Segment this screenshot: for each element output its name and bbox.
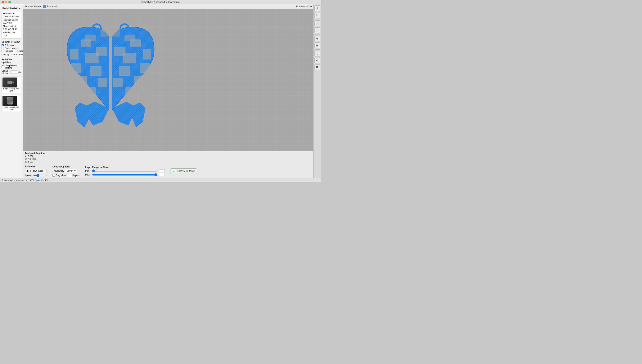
min-label: Min <box>85 170 91 172</box>
bottom-controls: Toolhead Position X: 0.000 Y: 200.000 Z:… <box>23 151 313 178</box>
left-heart <box>67 24 109 110</box>
toolhead-row: Toolhead Retractions <box>2 50 21 52</box>
exit-preview-button[interactable]: ⬅ Exit Preview Mode <box>170 168 197 174</box>
right-toolbar: ✛ ↻ ⬜ ▭ ⊕ ⊞ ↓ ⚙ ☰ <box>313 4 321 178</box>
save-disk-button[interactable]: Save Toolpaths to Disk <box>2 95 21 112</box>
settings-icon: ⚙ <box>316 59 318 62</box>
disk-button-label: Save Toolpaths to Disk <box>3 106 20 111</box>
play-pause-label: Play/Pause <box>32 170 43 172</box>
svg-rect-23 <box>125 87 137 95</box>
speed-slider[interactable] <box>33 174 47 177</box>
minimize-button[interactable] <box>5 1 7 3</box>
realtime-updates-section: Real-time Updates Live preview tracking … <box>2 58 21 74</box>
svg-rect-10 <box>84 87 96 95</box>
play-pause-button[interactable]: ▶ ‖ Play/Pause <box>25 168 47 173</box>
svg-rect-18 <box>140 63 150 73</box>
filament-length: Filament length: 882.4 mm <box>3 18 20 24</box>
toolhead-z: Z: 2.100 <box>25 160 311 163</box>
main-container: Build Statistics Build time: 0 hours 18 … <box>0 4 321 178</box>
toolbar-divider-2 <box>315 34 320 34</box>
retractions-checkbox[interactable] <box>14 50 16 52</box>
update-interval-input[interactable]: 5.0 <box>10 70 17 74</box>
svg-rect-5 <box>71 63 81 73</box>
min-layer-value[interactable]: 1 <box>159 169 165 172</box>
svg-rect-14 <box>101 30 108 36</box>
preview-by-select[interactable]: Layer <box>65 169 77 173</box>
viewport-canvas[interactable] <box>23 9 313 151</box>
min-layer-row: Min 1 <box>85 169 165 172</box>
usb-print-button[interactable]: Begin Printing over USB <box>2 76 21 94</box>
svg-rect-21 <box>119 66 130 76</box>
menu-icon: ☰ <box>316 66 318 69</box>
material-cost: Material cost: 0.12 <box>3 31 20 37</box>
menu-button[interactable]: ☰ <box>314 64 320 70</box>
svg-rect-16 <box>143 49 151 60</box>
travel-moves-row: Travel moves <box>2 47 21 49</box>
preview-mode-label: Preview Mode <box>296 5 312 8</box>
axes-icon: ⊕ <box>316 37 318 40</box>
usb-plug-icon <box>8 81 12 84</box>
svg-rect-22 <box>113 78 123 87</box>
svg-rect-26 <box>125 35 135 41</box>
only-show-row: Only show 1 layers <box>53 174 80 177</box>
titlebar: Simplify3D (Licensed to Ian Smith) <box>0 0 321 4</box>
preview-by-row: Preview By Layer <box>53 169 80 173</box>
flat-view-icon: ▭ <box>316 29 318 32</box>
build-table-checkbox[interactable] <box>2 44 4 46</box>
axes-button[interactable]: ⊕ <box>314 36 320 41</box>
view-flat-button[interactable]: ▭ <box>314 27 320 33</box>
max-layer-slider[interactable] <box>92 173 157 176</box>
svg-rect-24 <box>140 89 150 97</box>
coloring-label: Coloring <box>2 54 10 56</box>
3d-view-icon: ⬜ <box>316 22 319 25</box>
control-options-section: Control Options Preview By Layer Only sh… <box>53 165 80 177</box>
svg-rect-13 <box>85 35 96 41</box>
viewport-header: Process Name Process1 Preview Mode <box>23 4 313 9</box>
down-arrow-icon: ↓ <box>316 52 318 55</box>
maximize-button[interactable] <box>9 1 11 3</box>
traffic-lights <box>2 1 11 3</box>
toolhead-y: Y: 200.000 <box>25 158 311 160</box>
only-show-label: Only show <box>56 174 67 177</box>
right-heart <box>112 24 154 128</box>
perspective-icon: ⊞ <box>316 44 318 47</box>
perspective-button[interactable]: ⊞ <box>314 42 320 48</box>
view-3d-button[interactable]: ⬜ <box>314 20 320 26</box>
coloring-row: Coloring Current Process <box>2 53 21 56</box>
live-preview-checkbox[interactable] <box>2 66 4 68</box>
exit-arrow-icon: ⬅ <box>172 170 175 172</box>
3d-model-view <box>38 14 182 139</box>
update-interval-unit: sec <box>18 71 21 73</box>
travel-moves-checkbox[interactable] <box>2 47 4 49</box>
down-arrow-button[interactable]: ↓ <box>314 51 320 56</box>
toolhead-position-panel: Toolhead Position X: 0.000 Y: 200.000 Z:… <box>23 151 313 164</box>
process-name-header: Process Name <box>25 5 41 8</box>
travel-moves-label: Travel moves <box>5 47 17 49</box>
svg-rect-12 <box>96 47 107 56</box>
disk-thumbnail <box>3 96 17 106</box>
usb-thumbnail <box>3 78 17 88</box>
only-show-checkbox[interactable] <box>53 174 55 177</box>
max-layer-row: Max 10 <box>85 173 165 176</box>
rotate-tool-button[interactable]: ↻ <box>314 12 320 18</box>
move-tool-button[interactable]: ✛ <box>314 5 320 11</box>
plastic-weight: Plastic weight: 2.65 g (0.01 lb) <box>3 25 20 31</box>
build-table-row: Build table <box>2 44 21 46</box>
move-icon: ✛ <box>316 7 318 10</box>
preview-by-label: Preview By <box>53 170 64 172</box>
sd-card-icon <box>7 97 13 104</box>
only-show-input[interactable]: 1 <box>67 174 73 177</box>
settings-button[interactable]: ⚙ <box>314 58 320 63</box>
left-bottom-extension <box>75 102 109 128</box>
update-interval-label: Update interval <box>2 70 10 74</box>
build-statistics-title: Build Statistics <box>2 6 21 11</box>
control-bar: Animation ▶ ‖ Play/Pause Speed: Control … <box>23 164 313 178</box>
toolhead-checkbox[interactable] <box>2 50 4 52</box>
usb-button-label: Begin Printing over USB <box>3 88 20 92</box>
close-button[interactable] <box>2 1 4 3</box>
speed-row: Speed: <box>25 174 47 177</box>
realtime-updates-title: Real-time Updates <box>2 58 21 64</box>
min-layer-slider[interactable] <box>92 169 157 172</box>
svg-rect-7 <box>77 76 87 84</box>
max-layer-value[interactable]: 10 <box>159 173 165 176</box>
